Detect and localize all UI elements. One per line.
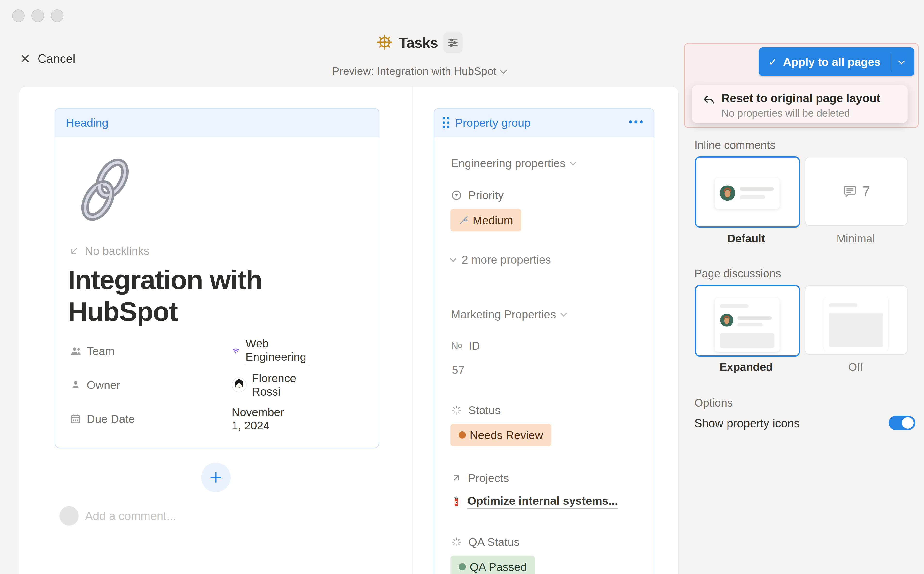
section-label: Engineering properties (451, 156, 566, 170)
backlinks-label: No backlinks (85, 244, 149, 257)
status-label: Status (468, 404, 500, 417)
apply-button-label: Apply to all pages (783, 55, 880, 69)
drag-handle-icon[interactable] (443, 117, 449, 128)
person-icon (70, 379, 84, 391)
skeleton-block (720, 333, 774, 348)
property-group-card: Property group ••• Engineering propertie… (434, 108, 654, 574)
page-discussions-option-off[interactable] (805, 285, 908, 355)
window-minimize-button[interactable] (32, 9, 44, 22)
property-group-label: Property group (455, 116, 531, 129)
preview-avatar (719, 185, 735, 202)
plus-icon (208, 470, 223, 485)
property-label: Team (87, 344, 115, 358)
button-divider (891, 53, 891, 71)
more-options-icon[interactable]: ••• (629, 116, 645, 128)
inline-comments-option-default[interactable] (695, 156, 800, 228)
chevron-down-icon[interactable] (898, 58, 905, 65)
cancel-button[interactable]: ✕ Cancel (20, 52, 75, 66)
property-group-header[interactable]: Property group ••• (434, 109, 654, 137)
owner-avatar (232, 377, 247, 393)
property-label: Due Date (87, 412, 135, 426)
sliders-icon (446, 36, 459, 49)
skeleton-line (829, 303, 858, 308)
team-wifi-icon (232, 345, 240, 357)
heading-block-card: Heading No b (55, 108, 379, 448)
heading-block-label: Heading (66, 116, 108, 129)
id-property-row: № ID (451, 339, 480, 352)
fire-extinguisher-icon (450, 495, 462, 508)
heading-block-header[interactable]: Heading (55, 109, 378, 137)
preview-canvas: Heading No b (19, 87, 678, 574)
page-title: Tasks (399, 35, 438, 51)
team-value-link[interactable]: Web Engineering (245, 337, 309, 365)
apply-to-all-pages-button[interactable]: ✓ Apply to all pages (759, 47, 914, 76)
section-label: Marketing Properties (451, 308, 556, 321)
select-circle-icon (451, 190, 462, 201)
property-row-due-date: Due Date November 1, 2024 (70, 411, 135, 427)
skeleton-line (738, 323, 763, 326)
toggle-knob (902, 417, 914, 429)
section-engineering-properties[interactable]: Engineering properties (451, 156, 576, 170)
projects-value-link: Optimize internal systems... (467, 494, 618, 509)
skeleton-line (740, 187, 774, 191)
more-properties-toggle[interactable]: 2 more properties (451, 253, 551, 266)
show-property-icons-toggle[interactable] (889, 416, 915, 430)
view-settings-button[interactable] (443, 32, 462, 53)
cancel-label: Cancel (38, 52, 76, 66)
backlinks-row[interactable]: No backlinks (69, 244, 149, 257)
id-value[interactable]: 57 (452, 363, 464, 377)
comment-bubble-icon (842, 184, 858, 199)
more-properties-label: 2 more properties (462, 253, 551, 266)
show-property-icons-label: Show property icons (694, 416, 800, 430)
option-label-default: Default (695, 232, 798, 245)
qa-status-label: QA Status (468, 535, 520, 549)
column-divider (412, 87, 413, 574)
people-icon (70, 345, 84, 357)
option-label-off: Off (805, 360, 907, 374)
chevron-down-icon (570, 159, 576, 166)
window-zoom-button[interactable] (51, 9, 63, 22)
page-emoji-chain-links-icon (68, 152, 143, 230)
property-row-team: Team Web Engineering (70, 343, 115, 359)
show-property-icons-row: Show property icons (694, 416, 915, 430)
status-value: Needs Review (470, 429, 543, 442)
qa-status-value: QA Passed (470, 560, 527, 574)
add-comment-row[interactable]: Add a comment... (59, 506, 176, 525)
options-title: Options (694, 396, 733, 409)
window-close-button[interactable] (12, 9, 25, 22)
inline-comments-option-minimal[interactable]: 7 (805, 157, 908, 226)
app-window: ✕ Cancel Tasks (0, 0, 924, 574)
skeleton-line (738, 316, 772, 320)
projects-property-row: Projects (451, 471, 509, 485)
section-marketing-properties[interactable]: Marketing Properties (451, 308, 566, 321)
id-label: ID (468, 339, 480, 352)
skeleton-line (740, 195, 765, 199)
projects-value-row[interactable]: Optimize internal systems... (450, 494, 618, 509)
comment-count: 7 (862, 183, 870, 200)
preview-selector[interactable]: Preview: Integration with HubSpot (332, 65, 506, 77)
owner-value[interactable]: Florence Rossi (252, 372, 296, 398)
add-block-button[interactable] (201, 463, 231, 492)
qa-status-value-pill[interactable]: QA Passed (450, 556, 535, 574)
projects-label: Projects (468, 471, 509, 485)
reset-subtitle: No properties will be deleted (721, 107, 850, 119)
status-value-pill[interactable]: Needs Review (450, 424, 551, 446)
document-title: Integration with HubSpot (68, 264, 354, 328)
page-discussions-option-expanded[interactable] (695, 285, 800, 356)
page-title-cluster: Tasks (376, 32, 463, 53)
reset-layout-menu-item[interactable]: Reset to original page layout No propert… (692, 85, 908, 123)
priority-value-pill[interactable]: Medium (450, 209, 521, 231)
chevron-down-icon (450, 255, 456, 262)
priority-value: Medium (473, 214, 513, 227)
calendar-icon (70, 413, 84, 424)
priority-property-row: Priority (451, 188, 504, 202)
chevron-down-icon (560, 310, 567, 317)
inline-comments-title: Inline comments (694, 139, 776, 151)
arrow-northeast-icon (451, 473, 462, 483)
helm-icon (376, 33, 394, 52)
option-label-expanded: Expanded (695, 360, 798, 374)
property-label: Owner (87, 378, 120, 392)
undo-icon (702, 94, 716, 109)
option-label-minimal: Minimal (805, 232, 907, 245)
due-date-value[interactable]: November 1, 2024 (232, 405, 284, 432)
